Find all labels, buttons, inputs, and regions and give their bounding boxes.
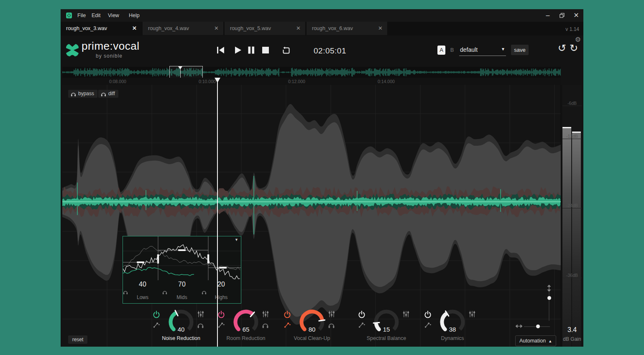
db-scale-label: -12dB	[562, 134, 582, 139]
module-label: Noise Reduction	[143, 335, 219, 341]
module-spectral-balance: 15Spectral Balance	[349, 304, 424, 345]
band-sliders-icon[interactable]	[262, 310, 269, 318]
module-value: 15	[349, 326, 424, 333]
bypass-button[interactable]: bypass	[68, 90, 97, 98]
overview-strip[interactable]	[62, 67, 561, 78]
brand-logo-icon	[66, 43, 79, 57]
module-label: Vocal Clean-Up	[274, 335, 350, 341]
module-value: 40	[143, 326, 219, 333]
module-value: 80	[274, 326, 350, 333]
pause-button[interactable]	[247, 46, 256, 55]
tab-close-icon[interactable]: ✕	[214, 25, 219, 31]
overview-waveform	[62, 67, 561, 78]
spectrum-plot[interactable]	[123, 236, 241, 280]
gear-icon[interactable]: ⚙	[575, 36, 581, 43]
window-maximize-button[interactable]	[555, 9, 569, 22]
horizontal-zoom-handle[interactable]	[536, 325, 540, 328]
power-icon[interactable]	[283, 310, 291, 319]
diff-button[interactable]: diff	[98, 90, 118, 98]
power-icon[interactable]	[358, 310, 366, 319]
tab-close-icon[interactable]: ✕	[378, 25, 383, 31]
band-lows: 40 Lows	[123, 281, 162, 300]
brand-name: prime:vocal	[82, 40, 139, 53]
playhead-marker[interactable]	[215, 78, 220, 83]
chevron-up-icon: ▲	[548, 339, 552, 343]
gain-meter-bar-left	[562, 128, 571, 347]
meter-cap	[562, 127, 571, 128]
db-scale-label: -24dB	[562, 203, 582, 208]
timeline-label: 0:14.000	[378, 79, 395, 84]
redo-button[interactable]: ↻	[568, 42, 579, 54]
tab-rough-vox-3[interactable]: rough_vox_3.wav ✕	[61, 22, 141, 35]
vertical-zoom-handle[interactable]	[547, 296, 551, 300]
meter-cap	[572, 132, 581, 133]
header: prime:vocal by sonible 02:05:01 A B defa…	[61, 36, 583, 67]
module-label: Room Reduction	[208, 335, 284, 341]
preset-dropdown[interactable]: default ▼	[459, 44, 506, 56]
db-scale-label: -6dB	[562, 101, 582, 106]
loop-section-button[interactable]	[281, 46, 291, 55]
preset-name: default	[460, 46, 478, 53]
module-noise-reduction: 40Noise Reduction	[143, 304, 219, 345]
band-solo-highs[interactable]: Highs	[202, 290, 241, 300]
headphones-icon	[101, 91, 106, 96]
tab-rough-vox-6[interactable]: rough_vox_6.wav ✕	[307, 22, 387, 35]
module-value: 65	[208, 326, 284, 333]
headphones-icon	[71, 91, 76, 96]
band-sliders-icon[interactable]	[328, 310, 335, 318]
app-logo-icon	[66, 13, 72, 18]
vertical-zoom-icon	[547, 285, 552, 292]
automation-button[interactable]: Automation▲	[515, 335, 556, 346]
module-vocal-clean-up: 80Vocal Clean-Up	[274, 304, 350, 345]
menu-edit[interactable]: Edit	[89, 9, 103, 22]
window-close-button[interactable]: ✕	[569, 9, 583, 22]
preset-b-button[interactable]: B	[449, 46, 455, 55]
playhead-line[interactable]	[217, 78, 218, 347]
band-gain-handle	[178, 249, 186, 251]
timeline-label: 0:12.000	[288, 79, 305, 84]
crossover-handle	[207, 254, 209, 264]
gain-meter-bar-right	[572, 133, 581, 347]
module-label: Dynamics	[415, 335, 490, 341]
save-button[interactable]: save	[511, 45, 529, 55]
collapse-panel-icon[interactable]: ▼	[235, 238, 238, 242]
band-solo-mids[interactable]: Mids	[162, 290, 202, 300]
headphones-icon	[123, 290, 128, 294]
overview-selection-box[interactable]	[169, 66, 203, 79]
tab-bar: rough_vox_3.wav ✕ rough_vox_4.wav ✕ roug…	[61, 22, 583, 36]
headphones-icon	[202, 290, 207, 294]
band-sliders-icon[interactable]	[402, 310, 410, 318]
version-label: v 1.14	[565, 26, 579, 32]
tab-close-icon[interactable]: ✕	[296, 25, 301, 31]
timeline-label: 0:10.000	[199, 79, 216, 84]
timeline-ruler[interactable]: 0:08.000 0:10.000 0:12.000 0:14.000	[62, 78, 561, 85]
band-gain-handle	[219, 267, 227, 269]
module-label: Spectral Balance	[349, 335, 424, 341]
menu-help[interactable]: Help	[126, 9, 142, 22]
menubar: File Edit View Help – ✕	[61, 9, 583, 22]
band-sliders-icon[interactable]	[468, 310, 476, 318]
power-icon[interactable]	[217, 310, 225, 319]
menu-view[interactable]: View	[105, 9, 122, 22]
preset-a-button[interactable]: A	[437, 46, 445, 55]
tab-close-icon[interactable]: ✕	[132, 25, 137, 31]
band-solo-lows[interactable]: Lows	[123, 290, 162, 300]
window-minimize-button[interactable]: –	[541, 9, 555, 22]
brand-byline: by sonible	[96, 53, 123, 59]
undo-button[interactable]: ↺	[557, 42, 567, 54]
tab-rough-vox-5[interactable]: rough_vox_5.wav ✕	[225, 22, 305, 35]
skip-back-button[interactable]	[217, 46, 226, 55]
plugin-window: File Edit View Help – ✕ rough_vox_3.wav …	[61, 9, 583, 347]
power-icon[interactable]	[424, 310, 432, 319]
module-value: 38	[415, 326, 490, 333]
db-scale-label: -36dB	[562, 273, 582, 278]
tab-rough-vox-4[interactable]: rough_vox_4.wav ✕	[143, 22, 223, 35]
reset-button[interactable]: reset	[68, 335, 87, 344]
band-mids: 70 Mids	[162, 281, 202, 300]
module-room-reduction: 65Room Reduction	[208, 304, 284, 345]
menu-file[interactable]: File	[75, 9, 88, 22]
stop-button[interactable]	[261, 46, 271, 55]
play-button[interactable]	[234, 46, 243, 55]
power-icon[interactable]	[152, 310, 161, 319]
band-sliders-icon[interactable]	[197, 310, 204, 318]
